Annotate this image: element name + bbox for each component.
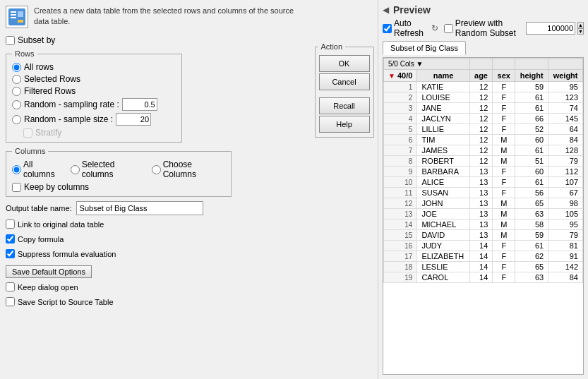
row-weight: 67 xyxy=(548,188,583,198)
random-subset-checkbox[interactable] xyxy=(444,24,453,33)
output-name-input[interactable] xyxy=(76,201,203,215)
table-row: 4 JACLYN 12 F 66 145 xyxy=(384,114,583,124)
rows-group: Rows All rows Selected Rows Filtered Row… xyxy=(6,49,182,143)
row-height: 63 xyxy=(515,209,548,219)
row-weight: 142 xyxy=(548,262,583,272)
row-weight: 64 xyxy=(548,124,583,135)
cols-dropdown-icon[interactable]: ▼ xyxy=(416,60,423,68)
row-id: 13 xyxy=(384,209,417,219)
selected-rows-radio[interactable] xyxy=(12,75,21,84)
rows-legend: Rows xyxy=(12,49,37,58)
copy-formula-checkbox[interactable] xyxy=(6,234,15,243)
row-name: JOHN xyxy=(417,198,469,209)
choose-cols-label: Choose Columns xyxy=(163,160,225,179)
row-age: 14 xyxy=(469,251,493,262)
stratify-checkbox[interactable] xyxy=(23,128,32,138)
all-cols-radio[interactable] xyxy=(12,165,21,174)
all-cols-label: All columns xyxy=(23,160,65,179)
refresh-icon[interactable]: ↻ xyxy=(431,22,440,35)
row-sex: F xyxy=(493,167,515,177)
keep-by-checkbox[interactable] xyxy=(12,183,21,192)
row-weight: 81 xyxy=(548,241,583,251)
row-id: 3 xyxy=(384,103,417,114)
row-id: 5 xyxy=(384,124,417,135)
row-id: 1 xyxy=(384,82,417,92)
row-age: 14 xyxy=(469,272,493,283)
preview-header: ◀ Preview xyxy=(383,4,584,16)
table-row: 7 JAMES 12 M 61 128 xyxy=(384,145,583,156)
cancel-button[interactable]: Cancel xyxy=(319,73,370,90)
help-button[interactable]: Help xyxy=(319,116,370,133)
suppress-formula-checkbox[interactable] xyxy=(6,249,15,258)
preview-title: Preview xyxy=(393,4,431,16)
link-original-checkbox[interactable] xyxy=(6,219,15,229)
row-id: 19 xyxy=(384,272,417,283)
table-row: 17 ELIZABETH 14 F 62 91 xyxy=(384,251,583,262)
row-sex: M xyxy=(493,135,515,145)
row-sex: F xyxy=(493,188,515,198)
table-row: 12 JOHN 13 M 65 98 xyxy=(384,198,583,209)
all-rows-row: All rows xyxy=(12,62,176,72)
row-id: 15 xyxy=(384,230,417,241)
random-subset-spinner[interactable]: ▲ ▼ xyxy=(577,22,584,35)
row-name: JANE xyxy=(417,103,469,114)
filtered-rows-label: Filtered Rows xyxy=(24,86,76,96)
random-size-input[interactable] xyxy=(116,113,151,126)
ok-button[interactable]: OK xyxy=(319,55,370,72)
row-name: MICHAEL xyxy=(417,219,469,230)
save-script-checkbox[interactable] xyxy=(6,297,15,306)
recall-button[interactable]: Recall xyxy=(319,97,370,114)
row-weight: 112 xyxy=(548,167,583,177)
copy-formula-row: Copy formula xyxy=(6,234,305,243)
table-row: 16 JUDY 14 F 61 81 xyxy=(384,241,583,251)
subset-by-checkbox[interactable] xyxy=(6,36,15,45)
col-sex-header: sex xyxy=(493,70,515,82)
row-height: 61 xyxy=(515,103,548,114)
spinner-down[interactable]: ▼ xyxy=(577,28,584,35)
auto-refresh-area: Auto Refresh ↻ xyxy=(383,18,440,38)
random-subset-input[interactable] xyxy=(526,22,575,35)
table-row: 6 TIM 12 M 60 84 xyxy=(384,135,583,145)
row-weight: 107 xyxy=(548,177,583,188)
svg-rect-4 xyxy=(18,11,23,17)
row-name: ROBERT xyxy=(417,156,469,167)
spinner-up[interactable]: ▲ xyxy=(577,22,584,28)
save-defaults-button[interactable]: Save Default Options xyxy=(6,265,92,278)
row-sex: M xyxy=(493,156,515,167)
random-size-radio[interactable] xyxy=(12,115,21,124)
auto-refresh-checkbox[interactable] xyxy=(383,24,392,33)
preview-panel: ◀ Preview Auto Refresh ↻ Preview with Ra… xyxy=(378,0,588,379)
row-age: 12 xyxy=(469,92,493,103)
row-id: 16 xyxy=(384,241,417,251)
choose-cols-radio[interactable] xyxy=(152,165,161,174)
random-rate-row: Random - sampling rate : xyxy=(12,98,176,111)
col-header-height xyxy=(515,59,548,70)
columns-legend: Columns xyxy=(12,147,48,155)
preview-tab[interactable]: Subset of Big Class xyxy=(383,41,466,55)
random-rate-input[interactable] xyxy=(122,98,157,111)
svg-rect-1 xyxy=(11,11,16,13)
row-height: 62 xyxy=(515,251,548,262)
selected-rows-row: Selected Rows xyxy=(12,74,176,84)
col-header-sex xyxy=(493,59,515,70)
filtered-rows-radio[interactable] xyxy=(12,87,21,96)
app-icon xyxy=(6,6,28,28)
row-age: 12 xyxy=(469,82,493,92)
col-header-age xyxy=(469,59,493,70)
tab-bar: Subset of Big Class xyxy=(383,41,584,54)
all-rows-radio[interactable] xyxy=(12,63,21,72)
row-sex: F xyxy=(493,103,515,114)
subset-by-row: Subset by xyxy=(6,35,305,45)
selected-cols-radio[interactable] xyxy=(71,165,80,174)
row-weight: 79 xyxy=(548,230,583,241)
preview-table-container[interactable]: 5/0 Cols ▼ ▼ 40/0 name xyxy=(383,57,584,375)
preview-tbody: 1 KATIE 12 F 59 95 2 LOUISE 12 F 61 123 … xyxy=(384,82,583,283)
row-age: 12 xyxy=(469,156,493,167)
row-height: 60 xyxy=(515,135,548,145)
preview-triangle-icon: ◀ xyxy=(383,5,389,15)
random-rate-radio[interactable] xyxy=(12,100,21,109)
keep-by-row: Keep by columns xyxy=(12,182,225,192)
row-name: KATIE xyxy=(417,82,469,92)
keep-dialog-checkbox[interactable] xyxy=(6,282,15,291)
row-id: 14 xyxy=(384,219,417,230)
